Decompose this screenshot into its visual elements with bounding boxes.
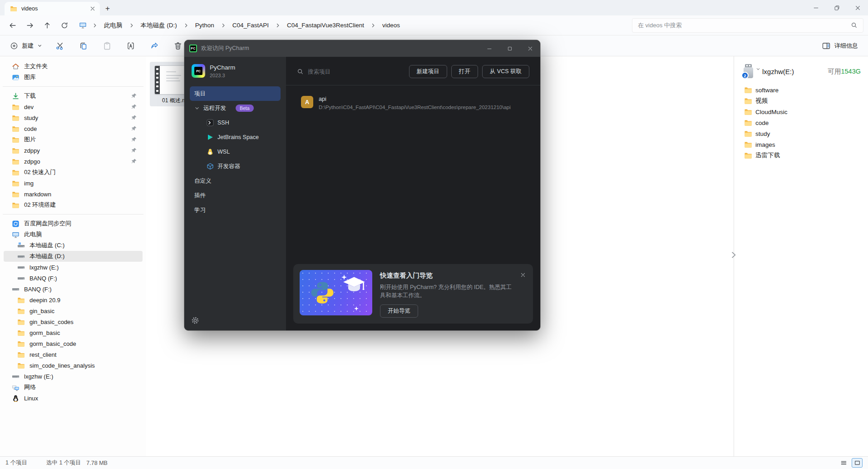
sidebar-item[interactable]: 本地磁盘 (C:) — [4, 240, 143, 251]
sidebar-item[interactable]: 图库 — [4, 72, 143, 83]
list-view-button[interactable] — [838, 458, 849, 468]
product-name: PyCharm — [210, 64, 235, 71]
folder-icon — [12, 158, 20, 165]
close-button[interactable] — [847, 0, 868, 15]
sidebar-item[interactable]: zdppy — [4, 145, 143, 156]
explorer-search-box[interactable] — [632, 18, 863, 33]
sidebar-item[interactable]: study — [4, 112, 143, 123]
pycharm-nav-item[interactable]: 远程开发 Beta — [190, 101, 281, 115]
pycharm-action-button[interactable]: 打开 — [451, 65, 478, 78]
folder-icon — [17, 362, 25, 369]
drive-folder-item[interactable]: 迅雷下载 — [744, 150, 861, 161]
rename-button[interactable] — [121, 38, 140, 54]
explorer-tab-videos[interactable]: videos — [5, 2, 100, 15]
breadcrumb-item[interactable]: C04_FastapiVue3RestClient — [271, 20, 367, 31]
pycharm-nav-item[interactable]: 项目 — [190, 86, 281, 101]
sidebar-item[interactable]: code — [4, 123, 143, 134]
ssh-icon — [207, 119, 214, 126]
breadcrumb-item[interactable]: 此电脑 — [89, 19, 125, 32]
pycharm-nav-item[interactable]: JetBrains Space — [190, 130, 281, 145]
drive-folder-item[interactable]: study — [744, 128, 861, 139]
pycharm-action-button[interactable]: 从 VCS 获取 — [482, 65, 529, 78]
sidebar-item[interactable]: BANQ (F:) — [4, 273, 143, 284]
up-button[interactable] — [39, 18, 55, 33]
rename-icon — [126, 41, 135, 50]
close-icon — [527, 45, 534, 52]
thumbnail-view-button[interactable] — [852, 458, 863, 468]
pycharm-nav-item[interactable]: 插件 — [190, 188, 281, 203]
refresh-button[interactable] — [56, 18, 73, 33]
sidebar-item[interactable]: 此电脑 — [4, 229, 143, 240]
sidebar-item[interactable]: img — [4, 178, 143, 189]
pycharm-close-button[interactable] — [520, 40, 540, 57]
pycharm-title-bar[interactable]: PC 欢迎访问 PyCharm — [184, 40, 540, 57]
sidebar-item[interactable]: gorm_basic_code — [4, 338, 143, 349]
sidebar-item[interactable]: lxgzhw (E:) — [4, 262, 143, 273]
copy-button[interactable] — [74, 38, 93, 54]
sidebar-item[interactable]: Linux — [4, 393, 143, 404]
pycharm-nav-item[interactable]: SSH — [190, 115, 281, 130]
sidebar-item[interactable]: rest_client — [4, 349, 143, 360]
chevron-down-icon[interactable] — [756, 67, 760, 71]
details-view-button[interactable]: 详细信息 — [817, 38, 863, 54]
minimize-button[interactable] — [805, 0, 826, 15]
forward-button[interactable] — [22, 18, 38, 33]
drive-folder-item[interactable]: software — [744, 85, 861, 95]
drive-folder-item[interactable]: CloudMusic — [744, 106, 861, 117]
pycharm-nav-item[interactable]: 开发容器 — [190, 159, 281, 174]
sidebar-item[interactable]: lxgzhw (E:) — [4, 371, 143, 382]
drive-folder-item[interactable]: images — [744, 139, 861, 150]
share-button[interactable] — [145, 38, 164, 54]
pycharm-nav-item[interactable]: WSL — [190, 145, 281, 159]
sidebar-item[interactable]: 图片 — [4, 134, 143, 145]
sidebar-item[interactable]: 02 快速入门 — [4, 167, 143, 178]
sidebar-item[interactable]: 02 环境搭建 — [4, 200, 143, 210]
sidebar-item[interactable]: gin_basic — [4, 305, 143, 316]
breadcrumb-item[interactable]: videos — [367, 20, 403, 31]
project-search-input[interactable] — [308, 69, 409, 75]
sidebar-item[interactable]: BANQ (F:) — [4, 284, 143, 294]
sidebar-item[interactable]: 下载 — [4, 90, 143, 101]
explorer-tab-bar: videos + — [0, 0, 868, 15]
new-item-button[interactable]: 新建 — [5, 39, 47, 53]
sidebar-item[interactable]: markdown — [4, 189, 143, 200]
pycharm-nav-item[interactable]: 学习 — [190, 203, 281, 217]
sidebar-item[interactable]: 本地磁盘 (D:) — [4, 251, 143, 262]
folder-icon — [744, 151, 752, 160]
project-avatar: A — [301, 96, 313, 108]
breadcrumb-item[interactable]: Python — [180, 20, 217, 31]
project-search[interactable] — [297, 68, 409, 75]
sidebar-item[interactable]: zdpgo — [4, 156, 143, 167]
pycharm-action-button[interactable]: 新建项目 — [409, 65, 447, 78]
dismiss-tour-icon[interactable] — [519, 271, 527, 279]
home-icon — [12, 63, 20, 70]
pycharm-nav-item[interactable]: 自定义 — [190, 174, 281, 188]
new-tab-button[interactable]: + — [100, 2, 115, 15]
pycharm-minimize-button[interactable] — [479, 40, 499, 57]
collapse-panel-chevron[interactable] — [730, 251, 738, 259]
back-button[interactable] — [5, 18, 21, 33]
drive-space: 可用1543G — [828, 67, 861, 76]
sidebar-item[interactable]: gorm_basic — [4, 327, 143, 338]
sidebar-item[interactable]: sim_code_lines_analysis — [4, 360, 143, 371]
breadcrumb-item[interactable]: C04_FastAPI — [217, 20, 271, 31]
drive-folder-item[interactable]: code — [744, 117, 861, 128]
recent-project-item[interactable]: A api D:\Python\C04_FastAPI\C04_FastapiV… — [297, 93, 529, 113]
sidebar-item[interactable]: deepin 20.9 — [4, 294, 143, 305]
sidebar-item[interactable]: 主文件夹 — [4, 61, 143, 72]
sidebar-item[interactable]: gin_basic_codes — [4, 316, 143, 327]
cut-button[interactable] — [50, 38, 69, 54]
sidebar-item[interactable]: 百度网盘同步空间 — [4, 218, 143, 229]
drive-header[interactable]: 2 lxgzhw(E:) 可用1543G — [741, 64, 861, 79]
breadcrumb-item[interactable]: 本地磁盘 (D:) — [125, 19, 180, 32]
start-tour-button[interactable]: 开始导览 — [380, 304, 418, 318]
explorer-search-input[interactable] — [638, 22, 851, 29]
pycharm-maximize-button[interactable] — [499, 40, 520, 57]
tab-close-icon[interactable] — [89, 5, 96, 12]
drive-folder-item[interactable]: 视频 — [744, 95, 861, 106]
restore-button[interactable] — [826, 0, 847, 15]
sidebar-item[interactable]: 网络 — [4, 382, 143, 393]
sidebar-item[interactable]: dev — [4, 101, 143, 112]
settings-gear-icon[interactable] — [191, 316, 199, 324]
pycharm-nav: 项目 远程开发 Beta SSH — [190, 86, 281, 217]
